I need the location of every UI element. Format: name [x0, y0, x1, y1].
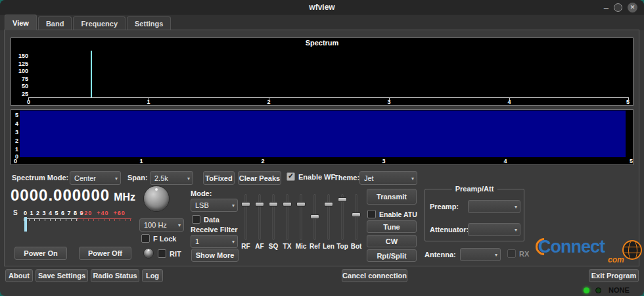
tab-view[interactable]: View: [5, 14, 37, 30]
spectrum-panel[interactable]: Spectrum 150 125 100 75 50 25 0 1 2 3 4 …: [11, 37, 633, 106]
span-select[interactable]: 2.5k ▾: [150, 171, 193, 185]
maximize-button[interactable]: [614, 3, 622, 12]
checkbox-box: [192, 215, 200, 224]
theme-select[interactable]: Jet ▾: [359, 171, 417, 185]
slider-handle[interactable]: [338, 197, 347, 202]
rit-knob[interactable]: [143, 248, 154, 259]
chevron-down-icon: ▾: [232, 203, 235, 209]
spectrum-y-tick: 100: [12, 68, 28, 74]
tab-settings-label: Settings: [135, 20, 163, 28]
tuning-step-select[interactable]: 100 Hz ▾: [139, 218, 184, 232]
tab-settings[interactable]: Settings: [127, 16, 171, 30]
status-led-dark-icon: [595, 287, 601, 293]
slider-track: [328, 194, 330, 240]
tuning-step-value: 100 Hz: [144, 221, 167, 229]
show-more-button[interactable]: Show More: [191, 249, 239, 262]
receive-filter-select[interactable]: 1 ▾: [191, 235, 238, 248]
frequency-display[interactable]: 0000.000000 MHz: [11, 186, 135, 205]
power-on-label: Power On: [24, 249, 57, 257]
tofixed-label: ToFixed: [205, 174, 232, 182]
minimize-button[interactable]: –: [604, 3, 609, 12]
sq-slider[interactable]: [269, 193, 278, 241]
slider-handle[interactable]: [324, 202, 333, 207]
waterfall-x-tick: 4: [499, 158, 512, 164]
slider-handle[interactable]: [352, 212, 361, 217]
radio-status-label: Radio Status: [93, 272, 137, 280]
checkbox-box: [507, 249, 516, 258]
spectrum-mode-value: Center: [74, 174, 96, 182]
chevron-down-icon: ▾: [515, 227, 517, 233]
antenna-select[interactable]: ▾: [460, 248, 501, 261]
connection-status: NONE: [609, 286, 630, 294]
slider-track: [287, 194, 288, 240]
tx-slider[interactable]: [283, 193, 292, 241]
slider-handle[interactable]: [241, 202, 250, 207]
chevron-down-icon: ▾: [411, 175, 414, 181]
tab-frequency[interactable]: Frequency: [73, 16, 126, 30]
mode-value: LSB: [195, 201, 209, 209]
bot-slider[interactable]: [352, 193, 361, 241]
enable-wf-checkbox[interactable]: Enable WF: [287, 172, 335, 181]
preamp-select[interactable]: ▾: [468, 200, 520, 213]
len-slider[interactable]: [324, 193, 333, 241]
logo-com-text: com: [608, 255, 624, 264]
logo-letter-c: C: [538, 237, 551, 257]
power-on-button[interactable]: Power On: [14, 247, 67, 260]
radio-status-button[interactable]: Radio Status: [91, 269, 139, 282]
mode-select[interactable]: LSB ▾: [191, 199, 238, 212]
tab-bar: View Band Frequency Settings: [0, 14, 644, 30]
clear-peaks-button[interactable]: Clear Peaks: [238, 171, 281, 185]
waterfall-x-tick: 1: [135, 158, 148, 164]
af-slider[interactable]: [255, 193, 264, 241]
checkbox-box: [158, 249, 166, 258]
waterfall-display[interactable]: [20, 111, 626, 157]
chevron-down-icon: ▾: [178, 222, 181, 228]
exit-program-button[interactable]: Exit Program: [589, 269, 639, 282]
f-lock-checkbox[interactable]: F Lock: [141, 234, 176, 243]
slider-handle[interactable]: [255, 202, 264, 207]
slider-handle[interactable]: [296, 202, 306, 207]
tune-button[interactable]: Tune: [367, 220, 417, 233]
log-button[interactable]: Log: [142, 269, 163, 282]
slider-handle[interactable]: [310, 214, 319, 219]
cw-button[interactable]: CW: [367, 235, 417, 247]
chevron-down-icon: ▾: [232, 239, 235, 245]
save-settings-label: Save Settings: [38, 272, 85, 280]
about-button[interactable]: About: [5, 269, 33, 282]
spectrum-x-tick: 2: [262, 99, 275, 105]
enable-atu-checkbox[interactable]: Enable ATU: [367, 210, 417, 218]
mic-slider[interactable]: [296, 193, 306, 241]
waterfall-y-tick: 5: [12, 112, 18, 118]
waterfall-y-tick: 3: [12, 129, 18, 136]
tuning-knob[interactable]: [143, 185, 170, 212]
power-off-button[interactable]: Power Off: [79, 247, 131, 260]
spectrum-x-tick: 1: [142, 99, 155, 105]
slider-track: [245, 194, 247, 240]
knob-indicator-dot: [148, 249, 150, 251]
spectrum-y-tick: 150: [12, 53, 28, 59]
transmit-button[interactable]: Transmit: [367, 189, 417, 205]
slider-handle[interactable]: [269, 202, 278, 207]
rpt-split-button[interactable]: Rpt/Split: [367, 249, 417, 262]
tab-band[interactable]: Band: [38, 16, 72, 30]
data-checkbox[interactable]: Data: [192, 215, 219, 224]
spectrum-mode-label: Spectrum Mode:: [12, 174, 68, 182]
spectrum-mode-select[interactable]: Center ▾: [70, 171, 121, 185]
spectrum-y-tick: 25: [12, 91, 28, 97]
cancel-connection-button[interactable]: Cancel connection: [342, 269, 407, 282]
titlebar[interactable]: wfview – ✕: [0, 0, 644, 14]
slider-track: [356, 194, 357, 240]
rf-slider[interactable]: [241, 193, 250, 241]
waterfall-panel[interactable]: 5 4 3 2 1 0 0 1 2 3 4 5: [11, 109, 633, 165]
ref-slider[interactable]: [310, 193, 319, 241]
attenuator-select[interactable]: ▾: [468, 223, 520, 236]
preamp-label: Preamp:: [430, 203, 459, 210]
save-settings-button[interactable]: Save Settings: [35, 269, 88, 282]
close-icon: ✕: [630, 4, 635, 11]
spectrum-y-tick: 75: [12, 76, 28, 82]
top-slider[interactable]: [338, 193, 347, 241]
tofixed-button[interactable]: ToFixed: [203, 171, 235, 185]
slider-handle[interactable]: [283, 202, 292, 207]
close-button[interactable]: ✕: [628, 3, 637, 12]
rit-checkbox[interactable]: RIT: [158, 249, 181, 258]
